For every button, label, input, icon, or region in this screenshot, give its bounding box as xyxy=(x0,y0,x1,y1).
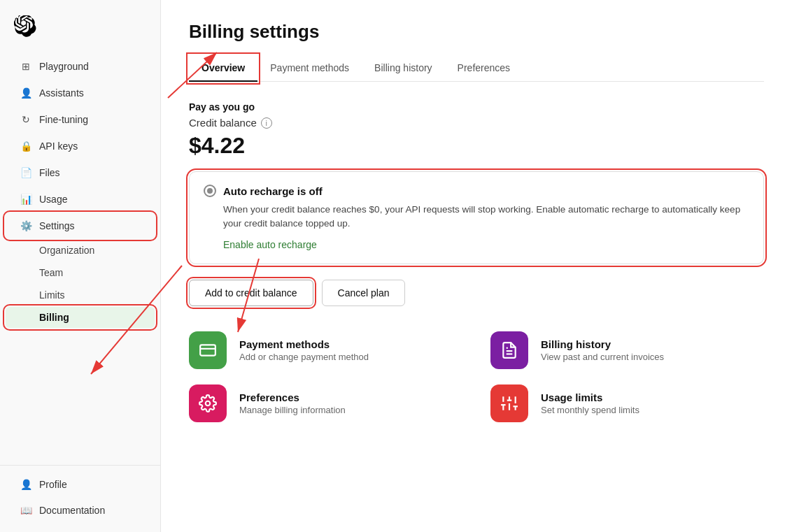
sidebar-item-settings[interactable]: ⚙️ Settings xyxy=(6,213,155,238)
billing-history-icon xyxy=(490,331,528,369)
tab-overview[interactable]: Overview xyxy=(189,55,257,82)
sidebar-sub-item-billing[interactable]: Billing xyxy=(6,307,155,328)
grid-icon: ⊞ xyxy=(20,60,32,73)
recharge-title: Auto recharge is off xyxy=(223,185,323,197)
preferences-icon xyxy=(189,384,227,422)
app-logo xyxy=(0,8,160,53)
book-icon: 📖 xyxy=(20,504,32,517)
recharge-title-row: Auto recharge is off xyxy=(204,185,749,197)
sidebar-item-usage[interactable]: 📊 Usage xyxy=(6,187,155,212)
payment-methods-icon xyxy=(189,331,227,369)
card-preferences-title: Preferences xyxy=(239,391,346,403)
sidebar: ⊞ Playground 👤 Assistants ↻ Fine-tuning … xyxy=(0,0,161,532)
lock-icon: 🔒 xyxy=(20,140,32,152)
info-icon[interactable]: i xyxy=(261,117,272,129)
card-payment-methods[interactable]: Payment methods Add or change payment me… xyxy=(189,331,462,369)
add-credit-button[interactable]: Add to credit balance xyxy=(189,280,313,306)
sidebar-item-fine-tuning[interactable]: ↻ Fine-tuning xyxy=(6,107,155,132)
enable-auto-recharge-link[interactable]: Enable auto recharge xyxy=(223,239,317,250)
card-usage-limits[interactable]: Usage limits Set monthly spend limits xyxy=(490,384,764,422)
tab-billing-history[interactable]: Billing history xyxy=(362,55,444,82)
page-title: Billing settings xyxy=(189,21,764,43)
recharge-description: When your credit balance reaches $0, you… xyxy=(223,203,749,231)
card-preferences-text: Preferences Manage billing information xyxy=(239,391,346,415)
gear-icon: ⚙️ xyxy=(20,220,32,232)
card-billing-history-title: Billing history xyxy=(541,338,664,350)
card-payment-methods-desc: Add or change payment method xyxy=(239,352,369,362)
recharge-radio-inner xyxy=(207,188,213,194)
svg-point-4 xyxy=(206,401,211,405)
usage-limits-icon xyxy=(490,384,528,422)
credit-amount: $4.22 xyxy=(189,133,764,159)
sidebar-item-files[interactable]: 📄 Files xyxy=(6,160,155,185)
card-payment-methods-title: Payment methods xyxy=(239,338,369,350)
tab-preferences[interactable]: Preferences xyxy=(445,55,523,82)
recharge-radio[interactable] xyxy=(204,185,216,197)
card-preferences[interactable]: Preferences Manage billing information xyxy=(189,384,462,422)
plan-label: Pay as you go xyxy=(189,101,764,113)
person-icon: 👤 xyxy=(20,87,32,99)
sidebar-item-assistants[interactable]: 👤 Assistants xyxy=(6,80,155,106)
card-usage-limits-desc: Set monthly spend limits xyxy=(541,405,639,415)
card-usage-limits-text: Usage limits Set monthly spend limits xyxy=(541,391,639,415)
sidebar-sub-item-team[interactable]: Team xyxy=(6,262,155,283)
card-preferences-desc: Manage billing information xyxy=(239,405,346,415)
sidebar-sub-item-organization[interactable]: Organization xyxy=(6,240,155,261)
sidebar-sub-item-limits[interactable]: Limits xyxy=(6,285,155,305)
auto-recharge-box: Auto recharge is off When your credit ba… xyxy=(189,171,764,264)
main-content: Billing settings Overview Payment method… xyxy=(161,0,792,532)
card-billing-history-text: Billing history View past and current in… xyxy=(541,338,664,362)
tab-payment-methods[interactable]: Payment methods xyxy=(257,55,362,82)
card-billing-history[interactable]: Billing history View past and current in… xyxy=(490,331,764,369)
sidebar-item-api-keys[interactable]: 🔒 API keys xyxy=(6,134,155,159)
sidebar-item-documentation[interactable]: 📖 Documentation xyxy=(6,498,155,523)
cancel-plan-button[interactable]: Cancel plan xyxy=(322,280,406,306)
svg-rect-0 xyxy=(200,345,215,355)
tune-icon: ↻ xyxy=(20,113,32,126)
card-payment-methods-text: Payment methods Add or change payment me… xyxy=(239,338,369,362)
credit-balance-label: Credit balance i xyxy=(189,117,764,129)
action-buttons: Add to credit balance Cancel plan xyxy=(189,280,764,306)
person-circle-icon: 👤 xyxy=(20,478,32,491)
sidebar-item-profile[interactable]: 👤 Profile xyxy=(6,472,155,497)
card-usage-limits-title: Usage limits xyxy=(541,391,639,403)
tabs-container: Overview Payment methods Billing history… xyxy=(189,55,764,82)
file-icon: 📄 xyxy=(20,166,32,179)
billing-cards-grid: Payment methods Add or change payment me… xyxy=(189,331,764,422)
card-billing-history-desc: View past and current invoices xyxy=(541,352,664,362)
bar-chart-icon: 📊 xyxy=(20,193,32,206)
sidebar-item-playground[interactable]: ⊞ Playground xyxy=(6,54,155,79)
